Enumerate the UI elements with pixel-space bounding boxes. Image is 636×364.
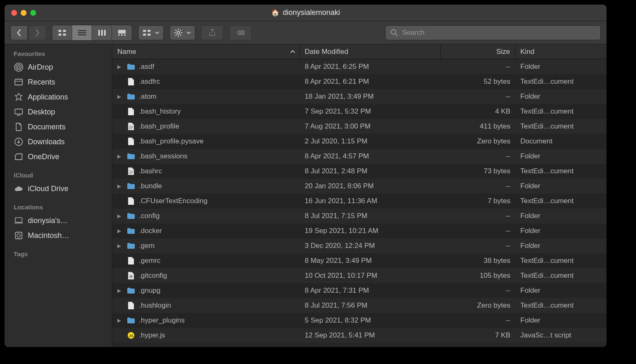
disclosure-triangle-icon[interactable]: ▶: [117, 94, 123, 99]
share-button[interactable]: [201, 25, 223, 40]
file-name: .asdfrc: [139, 78, 160, 86]
disclosure-triangle-icon[interactable]: ▶: [117, 153, 123, 159]
disclosure-triangle-icon[interactable]: ▶: [117, 64, 123, 70]
file-row[interactable]: ▶.atom18 Jan 2021, 3:49 PM--Folder: [112, 89, 607, 104]
home-icon: 🏠: [271, 9, 279, 17]
disclosure-triangle-icon[interactable]: ▶: [117, 243, 123, 249]
forward-button[interactable]: [29, 25, 46, 40]
file-date: 3 Dec 2020, 12:24 PM: [300, 242, 441, 250]
file-size: --: [441, 63, 515, 71]
svg-rect-15: [148, 30, 151, 32]
disclosure-triangle-icon[interactable]: ▶: [117, 183, 123, 189]
file-row[interactable]: .asdfrc8 Apr 2021, 6:21 PM52 bytesTextEd…: [112, 74, 607, 89]
file-kind: Folder: [515, 63, 607, 71]
file-row[interactable]: .CFUserTextEncoding16 Jun 2021, 11:36 AM…: [112, 194, 607, 209]
column-header-kind[interactable]: Kind: [515, 44, 607, 59]
svg-line-23: [175, 30, 177, 31]
file-date: 8 Apr 2021, 6:25 PM: [300, 63, 441, 71]
column-view-button[interactable]: [92, 25, 112, 40]
sidebar-item-cloud[interactable]: iCloud Drive: [10, 181, 112, 196]
sidebar-item-documents[interactable]: Documents: [10, 119, 112, 134]
search-input[interactable]: [402, 29, 595, 37]
file-name: .hyper_plugins: [139, 316, 185, 325]
file-row[interactable]: ▶.gem3 Dec 2020, 12:24 PM--Folder: [112, 238, 607, 253]
column-header-size[interactable]: Size: [441, 44, 515, 59]
sidebar-heading: Favourites: [10, 48, 112, 60]
svg-rect-10: [118, 30, 126, 34]
file-kind: TextEdi…cument: [515, 197, 607, 205]
file-row[interactable]: ▶.gnupg8 Apr 2021, 7:31 PM--Folder: [112, 283, 607, 298]
file-date: 19 Sep 2021, 10:21 AM: [300, 227, 441, 235]
file-kind: TextEdi…cument: [515, 122, 607, 131]
action-menu-button[interactable]: [170, 25, 195, 40]
file-row[interactable]: ▶.config8 Jul 2021, 7:15 PM--Folder: [112, 209, 607, 223]
svg-line-29: [396, 34, 398, 36]
svg-rect-47: [129, 173, 132, 174]
group-by-button[interactable]: [138, 25, 164, 40]
file-list[interactable]: ▶.asdf8 Apr 2021, 6:25 PM--Folder.asdfrc…: [112, 59, 607, 347]
file-row[interactable]: .gitconfig10 Oct 2021, 10:17 PM105 bytes…: [112, 268, 607, 283]
file-row[interactable]: ▶.docker19 Sep 2021, 10:21 AM--Folder: [112, 223, 607, 238]
file-row[interactable]: JS.hyper.js12 Sep 2021, 5:41 PM7 KBJavaS…: [112, 328, 607, 343]
sidebar-item-label: Recents: [28, 78, 55, 87]
sidebar-item-label: Applications: [28, 93, 68, 102]
file-icon: [126, 137, 136, 146]
recents-icon: [14, 77, 24, 87]
file-name: .hyper.js: [139, 331, 165, 340]
folder-icon: [126, 316, 136, 325]
folder-icon: [126, 62, 136, 71]
sidebar-heading: Locations: [10, 201, 112, 213]
file-kind: TextEdi…cument: [515, 78, 607, 86]
zoom-button[interactable]: [30, 10, 36, 16]
file-row[interactable]: ▶.bash_sessions8 Apr 2021, 4:57 PM--Fold…: [112, 149, 607, 164]
file-row[interactable]: .gemrc8 May 2021, 3:49 PM38 bytesTextEdi…: [112, 253, 607, 268]
sidebar-item-apps[interactable]: Applications: [10, 90, 112, 104]
minimize-button[interactable]: [21, 10, 27, 16]
file-row[interactable]: ▶.hyper_plugins5 Sep 2021, 8:32 PM--Fold…: [112, 313, 607, 328]
sort-indicator-icon: [290, 50, 295, 53]
folder-icon: [126, 92, 136, 101]
disclosure-triangle-icon[interactable]: ▶: [117, 228, 123, 234]
file-date: 8 Apr 2021, 7:31 PM: [300, 286, 441, 295]
file-row[interactable]: .bashrc8 Jul 2021, 2:48 PM73 bytesTextEd…: [112, 164, 607, 179]
file-row[interactable]: ▶.bundle20 Jan 2021, 8:06 PM--Folder: [112, 179, 607, 194]
icon-view-button[interactable]: [52, 25, 72, 40]
sidebar-item-downloads[interactable]: Downloads: [10, 134, 112, 149]
file-row[interactable]: .bash_profile7 Aug 2021, 3:00 PM411 byte…: [112, 119, 607, 134]
file-size: --: [441, 316, 515, 325]
sidebar-item-laptop[interactable]: dionysia's…: [10, 213, 112, 228]
gear-icon: [126, 271, 136, 280]
list-view-button[interactable]: [72, 25, 92, 40]
file-row[interactable]: .bash_profile.pysave2 Jul 2020, 1:15 PMZ…: [112, 134, 607, 149]
column-header-date[interactable]: Date Modified: [300, 44, 441, 59]
file-name: .docker: [139, 227, 162, 235]
svg-rect-17: [148, 34, 151, 36]
file-row[interactable]: .hushlogin8 Jul 2021, 7:56 PMZero bytesT…: [112, 298, 607, 313]
sidebar-item-disk[interactable]: Macintosh…: [10, 228, 112, 243]
disclosure-triangle-icon[interactable]: ▶: [117, 318, 123, 323]
file-size: 105 bytes: [441, 272, 515, 280]
chevron-down-icon: [187, 32, 191, 34]
close-button[interactable]: [11, 10, 17, 16]
sidebar-item-onedrive[interactable]: OneDrive: [10, 149, 112, 164]
search-box[interactable]: [385, 25, 601, 40]
sidebar-item-desktop[interactable]: Desktop: [10, 104, 112, 119]
disclosure-triangle-icon[interactable]: ▶: [117, 213, 123, 219]
back-button[interactable]: [10, 25, 28, 40]
sidebar-item-airdrop[interactable]: AirDrop: [10, 60, 112, 75]
file-kind: TextEdi…cument: [515, 257, 607, 265]
disclosure-triangle-icon[interactable]: ▶: [117, 288, 123, 294]
svg-rect-40: [15, 232, 22, 239]
file-row[interactable]: ▶.asdf8 Apr 2021, 6:25 PM--Folder: [112, 59, 607, 74]
tags-button[interactable]: [229, 25, 252, 40]
column-header-name[interactable]: Name: [112, 44, 300, 59]
svg-rect-46: [129, 172, 133, 172]
file-date: 8 Apr 2021, 4:57 PM: [300, 152, 441, 160]
view-switcher: [52, 25, 132, 41]
file-size: 7 bytes: [441, 197, 515, 205]
sidebar-item-label: Desktop: [28, 108, 55, 116]
sidebar-item-recents[interactable]: Recents: [10, 75, 112, 90]
file-size: --: [441, 242, 515, 250]
gallery-view-button[interactable]: [112, 25, 132, 40]
file-row[interactable]: .bash_history7 Sep 2021, 5:32 PM4 KBText…: [112, 104, 607, 119]
